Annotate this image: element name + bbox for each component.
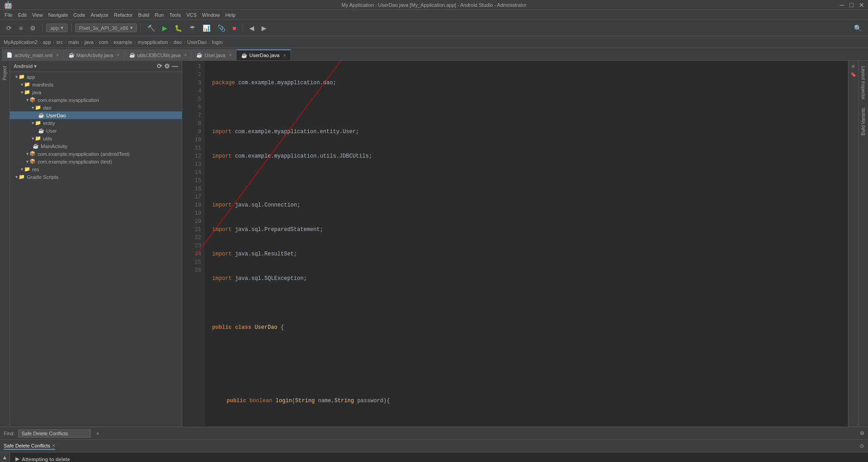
prev-btn[interactable]: ◀ — [247, 23, 257, 34]
tree-item-com-example[interactable]: ▾ 📦 com.example.myapplication — [10, 96, 182, 104]
close-btn[interactable]: ✕ — [857, 1, 866, 9]
find-input[interactable] — [18, 429, 91, 438]
tab-close-mainactivity[interactable]: × — [117, 53, 120, 58]
menu-help[interactable]: Help — [223, 11, 238, 19]
window-controls[interactable]: ─ □ ✕ — [838, 1, 866, 9]
arrow-dao: ▾ — [32, 105, 34, 110]
window-title: My Application - UserDao.java [My_Applic… — [342, 2, 527, 8]
minimize-btn[interactable]: ─ — [838, 1, 846, 9]
conflict-panel: Safe Delete Conflicts × ⚙ ▲ ▼ + ▶ Attemp… — [0, 439, 868, 462]
search-everywhere-btn[interactable]: 🔍 — [851, 23, 864, 34]
tab-close-activity-main[interactable]: × — [56, 53, 59, 58]
tree-item-manifests[interactable]: ▾ 📁 manifests — [10, 81, 182, 88]
tree-item-dao[interactable]: ▾ 📁 dao — [10, 104, 182, 111]
maximize-btn[interactable]: □ — [848, 1, 855, 9]
sidebar-gear-icon[interactable]: ⚙ — [164, 63, 170, 70]
find-close-btn[interactable]: × — [94, 430, 101, 437]
conflict-settings-gear[interactable]: ⚙ — [859, 443, 864, 449]
device-dropdown-icon[interactable]: ▾ — [130, 25, 133, 31]
menu-build[interactable]: Build — [136, 11, 152, 19]
code-content[interactable]: 1 2 3 4 5 6 7 8 9 10 11 12 13 14 15 16 1 — [182, 61, 848, 427]
breadcrumb-java[interactable]: java — [84, 39, 93, 45]
tree-item-mainactivity[interactable]: ☕ MainActivity — [10, 142, 182, 150]
breadcrumb-login[interactable]: login — [212, 39, 223, 45]
tab-mainactivity[interactable]: ☕ MainActivity.java × — [64, 49, 125, 60]
stop-btn[interactable]: ■ — [230, 23, 239, 34]
attach-btn[interactable]: 📎 — [215, 23, 228, 34]
breadcrumb-example[interactable]: example — [113, 39, 132, 45]
line-num-25: 25 — [182, 258, 205, 266]
conflict-up-btn[interactable]: ▲ — [2, 454, 8, 461]
tab-icon-user: ☕ — [196, 52, 203, 58]
code-text[interactable]: package com.example.myapplication.dao; i… — [205, 61, 848, 427]
breadcrumb-com[interactable]: com — [99, 39, 108, 45]
left-panel-tabs: Project — [0, 61, 10, 427]
tree-item-java[interactable]: ▾ 📁 java — [10, 88, 182, 96]
menu-refactor[interactable]: Refactor — [111, 11, 136, 19]
toolbar-separator-1 — [42, 24, 43, 33]
line-num-21: 21 — [182, 226, 205, 234]
sync-btn[interactable]: ⟳ — [4, 23, 15, 34]
right-toolbar-icon-1[interactable]: ≡ — [851, 63, 855, 70]
tab-close-userdao[interactable]: × — [283, 53, 286, 58]
tree-item-entity[interactable]: ▾ 📁 entity — [10, 119, 182, 127]
menu-run[interactable]: Run — [152, 11, 166, 19]
layout-inspector-tab[interactable]: Layout Inspector — [860, 63, 867, 103]
tree-item-app[interactable]: ▾ 📁 app — [10, 73, 182, 81]
run-config-selector[interactable]: app ▾ — [46, 24, 67, 32]
sidebar-collapse-icon[interactable]: — — [172, 63, 178, 70]
debug-btn[interactable]: 🐛 — [172, 23, 185, 34]
breadcrumb-app[interactable]: app — [43, 39, 51, 45]
tree-item-userdao[interactable]: ☕ UserDao — [10, 111, 182, 119]
menu-vcs[interactable]: VCS — [184, 11, 199, 19]
run-btn[interactable]: ▶ — [160, 23, 170, 34]
breadcrumb-myapplication[interactable]: myapplication — [138, 39, 168, 45]
build-variants-tab[interactable]: Build Variants — [860, 104, 867, 139]
tree-item-utils[interactable]: ▾ 📁 utils — [10, 135, 182, 142]
tree-item-user[interactable]: ☕ User — [10, 127, 182, 135]
breadcrumb-src[interactable]: src — [56, 39, 63, 45]
find-settings-btn[interactable]: ⚙ — [860, 430, 864, 436]
arrow-java: ▾ — [21, 90, 23, 95]
tab-userdao[interactable]: ☕ UserDao.java × — [237, 49, 291, 60]
tab-close-user[interactable]: × — [229, 53, 232, 58]
tree-item-test[interactable]: ▾ 📦 com.example.myapplication (test) — [10, 158, 182, 165]
arrow-entity: ▾ — [32, 120, 34, 125]
coverage-btn[interactable]: ☂ — [187, 23, 198, 34]
menu-edit[interactable]: Edit — [15, 11, 29, 19]
menu-view[interactable]: View — [29, 11, 46, 19]
menu-window[interactable]: Window — [199, 11, 223, 19]
tab-close-jdbcutils[interactable]: × — [184, 53, 187, 58]
tab-jdbcutils[interactable]: ☕ utils/JDBCUtils.java × — [125, 49, 192, 60]
profile-btn[interactable]: 📊 — [200, 23, 213, 34]
conflict-tab-text: Safe Delete Conflicts — [4, 443, 50, 448]
tab-activity-main[interactable]: 📄 activity_main.xml × — [2, 49, 64, 60]
right-toolbar-icon-2[interactable]: 🔖 — [849, 71, 858, 78]
folder-icon-manifests: 📁 — [24, 82, 30, 87]
menu-code[interactable]: Code — [71, 11, 88, 19]
breadcrumb-userdao[interactable]: UserDao — [187, 39, 207, 45]
hammer-btn[interactable]: 🔨 — [145, 23, 158, 34]
conflict-tab-close[interactable]: × — [52, 443, 55, 449]
tree-item-res[interactable]: ▾ 📁 res — [10, 165, 182, 173]
conflict-content: ▶ Attempting to delete INVALID ⚠ Potenti… — [10, 452, 868, 462]
menu-navigate[interactable]: Navigate — [45, 11, 70, 19]
tree-item-gradle[interactable]: ▾ 📁 Gradle Scripts — [10, 173, 182, 181]
structure-btn[interactable]: ≡ — [16, 23, 25, 34]
menu-analyze[interactable]: Analyze — [88, 11, 111, 19]
tree-item-androidtest[interactable]: ▾ 📦 com.example.myapplication (androidTe… — [10, 150, 182, 158]
tab-user[interactable]: ☕ User.java × — [192, 49, 237, 60]
breadcrumb-main[interactable]: main — [68, 39, 79, 45]
settings-btn[interactable]: ⚙ — [27, 23, 39, 34]
sidebar-sync-icon[interactable]: ⟳ — [157, 63, 162, 70]
project-tab[interactable]: Project — [1, 63, 8, 84]
toolbar-separator-2 — [71, 24, 72, 33]
config-dropdown-icon[interactable]: ▾ — [61, 25, 63, 31]
device-selector[interactable]: Pixel_3a_API_30_x86 ▾ — [75, 24, 137, 32]
breadcrumb-dao[interactable]: dao — [174, 39, 182, 45]
next-btn[interactable]: ▶ — [259, 23, 269, 34]
breadcrumb-myapplication2[interactable]: MyApplication2 — [4, 39, 38, 45]
conflict-tab-label[interactable]: Safe Delete Conflicts × — [4, 443, 55, 450]
menu-tools[interactable]: Tools — [166, 11, 184, 19]
menu-file[interactable]: File — [2, 11, 15, 19]
